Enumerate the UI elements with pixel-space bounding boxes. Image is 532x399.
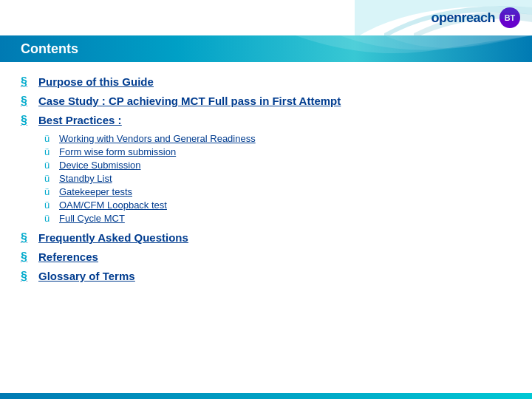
bullet-symbol-glossary: § — [21, 270, 31, 283]
sub-bullet-5: ü — [44, 186, 53, 197]
sub-item-device: ü Device Submission — [44, 160, 511, 171]
sub-bullet-1: ü — [44, 133, 53, 144]
sub-item-fullcycle: ü Full Cycle MCT — [44, 213, 511, 224]
sub-item-vendors: ü Working with Vendors and General Readi… — [44, 133, 511, 144]
bullet-text-bestpractices: Best Practices : — [38, 114, 122, 126]
sub-text-fullcycle: Full Cycle MCT — [59, 213, 125, 224]
sub-item-formwise: ü Form wise form submission — [44, 146, 511, 157]
contents-title: Contents — [21, 41, 78, 57]
bullet-symbol-faq: § — [21, 231, 31, 245]
bullet-text-casestudy: Case Study : CP achieving MCT Full pass … — [38, 95, 341, 107]
bullet-text-references: References — [38, 250, 98, 263]
bullet-text-glossary: Glossary of Terms — [38, 270, 135, 282]
sub-text-vendors: Working with Vendors and General Readine… — [59, 133, 256, 144]
contents-header: Contents — [0, 35, 532, 62]
bullet-item-bestpractices: § Best Practices : — [21, 114, 511, 127]
bullet-text-faq: Frequently Asked Questions — [38, 231, 188, 244]
sub-text-oam: OAM/CFM Loopback test — [59, 200, 167, 211]
sub-bullet-6: ü — [44, 200, 53, 211]
bullet-item-purpose: § Purpose of this Guide — [21, 75, 511, 89]
openreach-logo: openreach — [431, 10, 495, 26]
bottom-bullet-section: § Frequently Asked Questions § Reference… — [21, 231, 511, 283]
sub-items-section: ü Working with Vendors and General Readi… — [44, 133, 511, 224]
bt-logo: BT — [499, 7, 520, 28]
bullet-item-faq: § Frequently Asked Questions — [21, 231, 511, 245]
sub-item-oam: ü OAM/CFM Loopback test — [44, 200, 511, 211]
bullet-symbol-1: § — [21, 75, 31, 89]
bullet-text-purpose: Purpose of this Guide — [38, 75, 154, 88]
sub-bullet-7: ü — [44, 213, 53, 224]
sub-bullet-2: ü — [44, 146, 53, 157]
sub-text-device: Device Submission — [59, 160, 141, 171]
sub-text-standby: Standby List — [59, 173, 112, 184]
sub-item-gatekeeper: ü Gatekeeper tests — [44, 186, 511, 197]
sub-bullet-3: ü — [44, 160, 53, 171]
main-content: § Purpose of this Guide § Case Study : C… — [0, 62, 532, 399]
sub-text-gatekeeper: Gatekeeper tests — [59, 186, 132, 197]
sub-text-formwise: Form wise form submission — [59, 146, 176, 157]
logo-area: openreach BT — [431, 7, 520, 28]
bullet-symbol-2: § — [21, 95, 31, 108]
bullet-symbol-3: § — [21, 114, 31, 127]
bullet-symbol-references: § — [21, 250, 31, 264]
bullet-item-casestudy: § Case Study : CP achieving MCT Full pas… — [21, 95, 511, 108]
bullet-item-glossary: § Glossary of Terms — [21, 270, 511, 283]
top-bar: openreach BT — [0, 0, 532, 35]
sub-item-standby: ü Standby List — [44, 173, 511, 184]
bottom-band — [0, 393, 532, 399]
sub-bullet-4: ü — [44, 173, 53, 184]
bullet-item-references: § References — [21, 250, 511, 264]
main-bullet-section: § Purpose of this Guide § Case Study : C… — [21, 75, 511, 127]
